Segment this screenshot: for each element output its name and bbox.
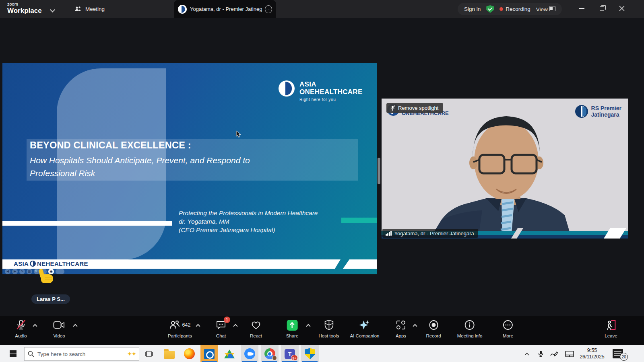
slide-white-bar [2,221,172,226]
notification-count-badge: 20 [620,353,628,361]
pin-icon [390,105,395,111]
ai-companion-sparkle-icon [359,319,370,331]
react-button[interactable]: React [250,319,262,338]
ai-companion-button[interactable]: AI Companion [350,319,380,338]
teams-badge: 9+ [291,355,298,361]
more-button[interactable]: More [503,319,513,338]
participant-name-text: Yogatama, dr - Premier Jatinegara [394,230,474,237]
apps-label: Apps [396,333,406,338]
audio-options-chevron[interactable] [33,323,37,327]
zoom-app-icon [244,348,255,359]
title-bar: zoom Workplace Meeting Yogatama, dr - Pr… [0,0,644,18]
chat-badge: 1 [224,317,230,323]
shared-screen-slide: ASIA ONEHEALTHCARE Right here for you BE… [2,63,377,274]
chat-label: Chat [216,333,226,338]
windows-taskbar: Type here to search ✦✦ T9+ 9:55 26/11/20… [0,345,644,362]
view-button[interactable]: View [536,6,555,12]
taskbar-search[interactable]: Type here to search ✦✦ [24,347,139,361]
touchpad-button[interactable] [563,345,576,362]
participants-button[interactable]: 642 Participants [168,319,192,338]
chat-button[interactable]: 1 Chat [216,319,226,338]
prev-slide-icon[interactable]: ◀ [5,269,10,274]
titlebar-controls: Sign in Recording View [458,3,562,15]
tab-options-icon[interactable]: ⋯ [265,5,272,13]
apps-options-chevron[interactable] [413,323,417,327]
chevron-up-icon [524,352,529,356]
minimize-button[interactable] [573,0,590,17]
close-button[interactable] [613,0,630,17]
hidden-icons-button[interactable] [520,345,534,362]
info-icon [464,320,475,330]
zoom-workplace-window: zoom Workplace Meeting Yogatama, dr - Pr… [0,0,644,362]
windows-ink-button[interactable] [547,345,561,362]
heart-icon [251,320,261,330]
host-tools-button[interactable]: Host tools [318,319,339,338]
footer-logo: ASIA NEHEALTHCARE [14,260,88,267]
zoom-workplace-logo: zoom Workplace [7,2,42,14]
touchpad-icon [565,351,574,357]
meeting-toolbar: Audio Video 642 Participants 1 Chat [0,316,644,345]
more-label: More [503,333,513,338]
meeting-info-button[interactable]: Meeting info [457,319,483,338]
ai-companion-label: AI Companion [350,333,380,338]
leave-button[interactable]: Leave [605,319,617,338]
tab-meeting[interactable]: Meeting [69,0,109,18]
slide-title-line1: BEYOND CLINICAL EXCELLENCE : [30,140,250,151]
pen-icon[interactable]: ✎ [19,269,25,274]
slide-speaker-block: Protecting the Professionals in Modern H… [179,209,318,234]
next-slide-icon[interactable]: ▶ [12,269,18,274]
zoom-app[interactable] [241,345,258,362]
reaction-overlay: Laras P S... [31,269,96,304]
remove-spotlight-button[interactable]: Remove spotlight [386,103,443,113]
apps-icon [396,320,406,330]
google-drive-app[interactable] [221,345,238,362]
file-explorer-app[interactable] [160,345,178,362]
chrome-app[interactable] [261,345,279,362]
video-button[interactable]: Video [53,319,65,338]
task-view-button[interactable] [142,345,156,362]
chrome-profile-avatar [272,356,277,360]
speaker-line3: (CEO Premier Jatinegara Hospital) [179,226,318,234]
reaction-sender-name: Laras P S... [31,294,70,304]
security-shield-icon[interactable] [486,5,494,13]
footer-logo-pre: ASIA [14,260,29,267]
clock-time: 9:55 [579,347,605,354]
taskbar-clock[interactable]: 9:55 26/11/2025 [579,347,605,360]
restore-button[interactable] [593,0,610,17]
participants-options-chevron[interactable] [196,323,200,327]
tray-microphone-button[interactable] [534,345,547,362]
share-screen-icon [287,320,298,331]
start-button[interactable] [5,345,21,362]
workspace-chevron-down-icon[interactable] [51,7,55,11]
windows-security-app[interactable] [301,345,319,362]
thumbs-up-emoji [39,269,54,284]
mouse-cursor [235,130,242,138]
record-button[interactable]: Record [426,319,441,338]
share-button[interactable]: Share [286,319,299,338]
windows-logo-icon [10,350,17,357]
video-options-chevron[interactable] [73,323,77,327]
tab-active-meeting[interactable]: Yogatama, dr - Premier Jatinegara ⋯ [174,0,276,18]
audio-signal-icon [386,231,392,236]
close-icon [619,6,625,11]
participants-icon [169,320,180,330]
spotlight-video-tile[interactable]: ASIA ONEHEALTHCARE RS Premier Jatinegara [382,99,628,239]
teams-app[interactable]: T9+ [281,345,299,362]
slide-footer-band-right [343,259,377,269]
search-highlights-icon[interactable]: ✦✦ [127,350,136,358]
panel-resize-handle[interactable] [378,158,380,184]
audio-button[interactable]: Audio [15,319,27,338]
leave-icon [605,320,617,330]
share-options-chevron[interactable] [306,323,310,327]
outlook-app[interactable] [200,345,218,362]
video-camera-icon [53,321,65,329]
people-icon [74,6,82,12]
meeting-info-label: Meeting info [457,333,483,338]
firefox-app[interactable] [180,345,198,362]
tab-meeting-label: Meeting [85,6,105,12]
google-drive-icon [224,350,235,358]
apps-button[interactable]: Apps [396,319,406,338]
chat-options-chevron[interactable] [233,323,237,327]
host-tools-label: Host tools [318,333,339,338]
sign-in-button[interactable]: Sign in [464,6,481,12]
